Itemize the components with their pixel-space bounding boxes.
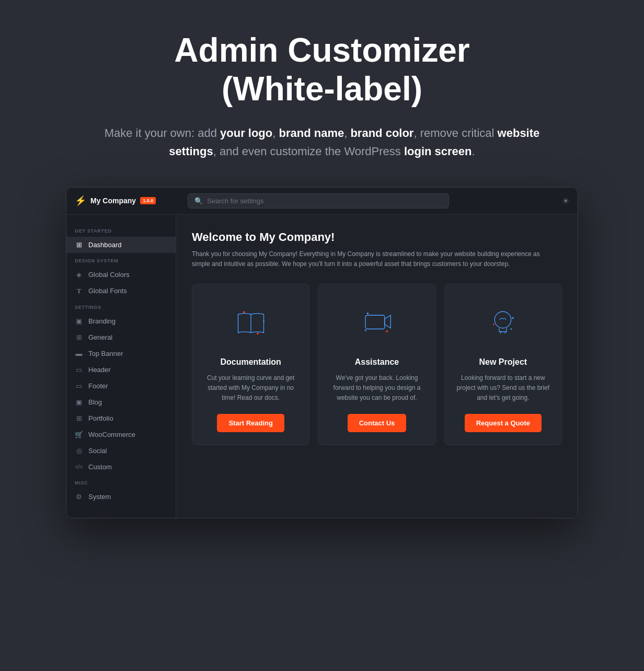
theme-toggle-icon[interactable]: ☀ <box>562 196 569 205</box>
welcome-text: Thank you for choosing My Company! Every… <box>192 249 547 269</box>
search-icon: 🔍 <box>194 197 203 205</box>
sidebar-item-general[interactable]: ⊞ General <box>66 329 176 345</box>
sidebar-item-dashboard[interactable]: ⊞ Dashboard <box>66 237 176 253</box>
card-new-project: New Project Looking forward to start a n… <box>444 284 562 445</box>
sidebar-label-dashboard: Dashboard <box>88 241 122 249</box>
general-icon: ⊞ <box>75 333 83 341</box>
card-new-project-title: New Project <box>479 357 527 367</box>
card-new-project-desc: Looking forward to start a new project w… <box>455 373 551 403</box>
social-icon: ◎ <box>75 447 83 455</box>
dashboard-icon: ⊞ <box>75 241 83 249</box>
hero-subtitle: Make it your own: add your logo, brand n… <box>87 124 557 160</box>
new-project-icon-area <box>479 300 526 347</box>
sidebar-section-misc: MISC <box>66 475 176 489</box>
system-icon: ⚙ <box>75 493 83 501</box>
sidebar-label-social: Social <box>88 447 107 455</box>
sidebar-section-design-system: DESIGN SYSTEM <box>66 253 176 267</box>
svg-point-2 <box>257 332 259 334</box>
brand-logo-icon: ⚡ <box>75 195 86 206</box>
sidebar-label-header: Header <box>88 366 111 374</box>
sidebar-item-global-colors[interactable]: ◈ Global Colors <box>66 267 176 283</box>
main-content: Welcome to My Company! Thank you for cho… <box>176 215 578 518</box>
custom-icon: </> <box>75 464 83 470</box>
sidebar-label-system: System <box>88 493 111 501</box>
sidebar-item-blog[interactable]: ▣ Blog <box>66 394 176 410</box>
cards-grid: Documentation Cut your learning curve an… <box>192 284 562 445</box>
sidebar: GET STARTED ⊞ Dashboard DESIGN SYSTEM ◈ … <box>66 215 176 518</box>
sidebar-item-portfolio[interactable]: ⊞ Portfolio <box>66 410 176 426</box>
brand-version-badge: 1.0.0 <box>140 197 156 204</box>
sidebar-item-header[interactable]: ▭ Header <box>66 362 176 378</box>
sidebar-item-footer[interactable]: ▭ Footer <box>66 378 176 394</box>
sidebar-item-custom[interactable]: </> Custom <box>66 459 176 475</box>
top-banner-icon: ▬ <box>75 350 83 357</box>
sidebar-label-general: General <box>88 333 112 341</box>
card-assistance-title: Assistance <box>355 357 399 367</box>
sidebar-item-global-fonts[interactable]: T Global Fonts <box>66 283 176 299</box>
sidebar-item-top-banner[interactable]: ▬ Top Banner <box>66 345 176 362</box>
search-placeholder-text: Search for settings <box>207 197 263 205</box>
svg-point-6 <box>367 313 369 315</box>
sidebar-item-branding[interactable]: ▣ Branding <box>66 313 176 329</box>
header-icon: ▭ <box>75 366 83 374</box>
assistance-icon-area <box>353 300 400 347</box>
sidebar-item-social[interactable]: ◎ Social <box>66 443 176 459</box>
hero-title: Admin Customizer(White-label) <box>87 31 557 108</box>
woocommerce-icon: 🛒 <box>75 431 83 438</box>
contact-us-button[interactable]: Contact Us <box>348 414 407 432</box>
sidebar-item-system[interactable]: ⚙ System <box>66 489 176 505</box>
topbar: ⚡ My Company 1.0.0 🔍 Search for settings… <box>66 188 578 215</box>
sidebar-label-portfolio: Portfolio <box>88 414 113 422</box>
sidebar-label-custom: Custom <box>88 463 112 471</box>
sidebar-section-get-started: GET STARTED <box>66 223 176 237</box>
sidebar-label-global-fonts: Global Fonts <box>88 287 127 295</box>
sidebar-label-footer: Footer <box>88 382 108 390</box>
footer-icon: ▭ <box>75 382 83 390</box>
svg-point-12 <box>512 317 514 319</box>
svg-point-7 <box>386 330 388 332</box>
svg-rect-4 <box>365 315 385 329</box>
card-documentation-title: Documentation <box>220 357 281 367</box>
svg-point-3 <box>263 320 264 322</box>
svg-point-9 <box>495 311 512 328</box>
sidebar-label-top-banner: Top Banner <box>88 350 123 357</box>
sidebar-label-blog: Blog <box>88 398 102 406</box>
brand-name: My Company <box>90 196 136 205</box>
sidebar-label-global-colors: Global Colors <box>88 271 130 279</box>
hero-section: Admin Customizer(White-label) Make it yo… <box>87 31 557 161</box>
global-fonts-icon: T <box>75 287 83 295</box>
sidebar-item-woocommerce[interactable]: 🛒 WooCommerce <box>66 426 176 443</box>
blog-icon: ▣ <box>75 398 83 406</box>
request-quote-button[interactable]: Request a Quote <box>465 414 542 432</box>
sidebar-label-woocommerce: WooCommerce <box>88 431 135 438</box>
card-assistance: Assistance We've got your back. Looking … <box>318 284 435 445</box>
topbar-right: ☀ <box>562 196 569 206</box>
search-bar[interactable]: 🔍 Search for settings <box>188 193 449 209</box>
card-assistance-desc: We've got your back. Looking forward to … <box>329 373 424 403</box>
svg-point-14 <box>511 328 512 330</box>
global-colors-icon: ◈ <box>75 271 83 279</box>
svg-point-13 <box>493 323 495 325</box>
branding-icon: ▣ <box>75 317 83 325</box>
layout: GET STARTED ⊞ Dashboard DESIGN SYSTEM ◈ … <box>66 215 578 518</box>
svg-point-8 <box>365 330 366 331</box>
portfolio-icon: ⊞ <box>75 414 83 422</box>
svg-marker-5 <box>385 315 390 328</box>
welcome-title: Welcome to My Company! <box>192 230 562 244</box>
start-reading-button[interactable]: Start Reading <box>217 414 284 432</box>
svg-point-1 <box>243 311 245 313</box>
sidebar-section-settings: SETTINGS <box>66 299 176 313</box>
admin-mockup: ⚡ My Company 1.0.0 🔍 Search for settings… <box>66 187 578 518</box>
card-documentation-desc: Cut your learning curve and get started … <box>203 373 298 403</box>
sidebar-label-branding: Branding <box>88 317 116 325</box>
card-documentation: Documentation Cut your learning curve an… <box>192 284 309 445</box>
documentation-icon-area <box>227 300 274 347</box>
brand: ⚡ My Company 1.0.0 <box>75 195 179 206</box>
